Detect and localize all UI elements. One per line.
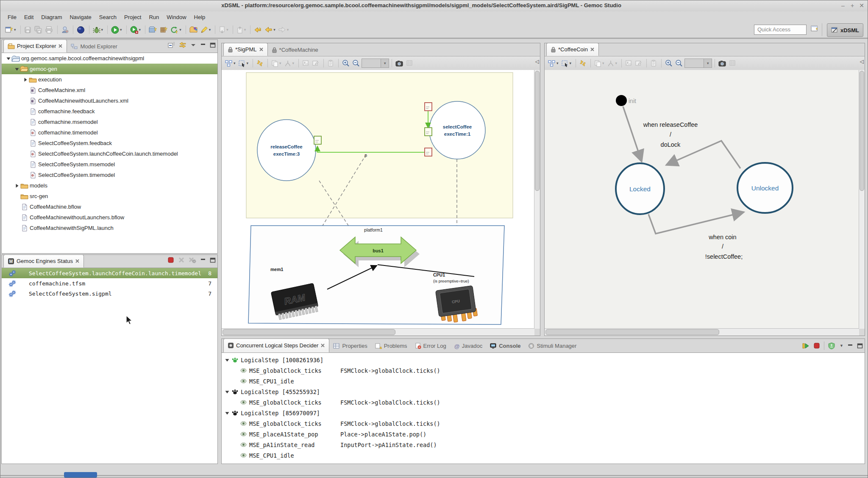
editor-tab-coffeemachine[interactable]: *CoffeeMachine: [268, 44, 322, 56]
tree-item-coffemachine-feedback[interactable]: coffemachine.feedback: [2, 106, 217, 117]
stop-engine-icon[interactable]: [167, 257, 174, 263]
editor-tab-sigpml[interactable]: *SigPML: [223, 43, 268, 56]
engine-row[interactable]: SelectCoffeeSystem.launchCoffeeCoin.laun…: [2, 268, 217, 278]
transition-coin[interactable]: [648, 212, 744, 234]
logical-step-row[interactable]: LogicalStep [1008261936]: [222, 355, 865, 365]
dropdown-icon[interactable]: ▾: [139, 28, 141, 32]
dropdown-icon[interactable]: ▾: [279, 61, 281, 65]
zoom-level-combo[interactable]: ▼: [684, 59, 712, 68]
sash[interactable]: [540, 43, 544, 336]
view-tab-console[interactable]: Console: [486, 339, 524, 352]
close-icon[interactable]: [320, 343, 325, 348]
dropdown-icon[interactable]: ▾: [120, 28, 122, 32]
layout-button[interactable]: ▾: [547, 58, 559, 69]
collapse-toolbar-icon[interactable]: ◁: [860, 59, 864, 64]
quick-access-input[interactable]: Quick Access: [754, 25, 807, 35]
edge-label[interactable]: p: [364, 153, 367, 158]
zoom-in-button[interactable]: [341, 58, 351, 69]
tree-item-execution[interactable]: execution: [2, 74, 217, 85]
mem-label[interactable]: mem1: [270, 267, 284, 272]
dispose-all-engines-icon[interactable]: [189, 257, 196, 263]
tab-project-explorer[interactable]: Project Explorer: [3, 39, 67, 53]
sash[interactable]: [221, 336, 865, 338]
mse-row[interactable]: MSE_CPU1_idle: [222, 450, 865, 461]
tree-item-selectcoffeesystem-feedback[interactable]: SelectCoffeeSystem.feedback: [2, 138, 217, 148]
dropdown-icon[interactable]: ▾: [615, 61, 618, 65]
dropdown-icon[interactable]: ▾: [244, 28, 246, 32]
dispose-engine-icon[interactable]: [178, 257, 185, 263]
dropdown-icon[interactable]: ▾: [226, 28, 228, 32]
dropdown-icon[interactable]: ▾: [247, 61, 249, 65]
initial-state[interactable]: init: [616, 95, 636, 106]
sigpml-canvas[interactable]: releaseCoffee execTime:3 selectCoffee ex…: [222, 70, 534, 329]
tree-item-coffeemachine-bflow[interactable]: CoffeeMachine.bflow: [2, 201, 217, 212]
mse-row[interactable]: MSE_CPU1_idle: [222, 376, 865, 386]
dropdown-icon[interactable]: ▾: [292, 61, 295, 65]
dropdown-icon[interactable]: ▾: [101, 28, 103, 32]
initial-transition[interactable]: [623, 106, 642, 162]
maximize-view-icon[interactable]: [210, 42, 216, 48]
mse-row[interactable]: MSE_globalClock_ticksFSMClock->globalClo…: [222, 365, 865, 376]
menu-item-diagram[interactable]: Diagram: [37, 13, 66, 22]
close-icon[interactable]: [590, 47, 595, 52]
dropdown-icon[interactable]: ▾: [556, 61, 559, 65]
menu-item-navigate[interactable]: Navigate: [66, 13, 95, 22]
expand-icon[interactable]: [225, 411, 230, 415]
horizontal-scrollbar[interactable]: [545, 328, 859, 335]
open-perspective-icon[interactable]: [811, 25, 818, 34]
menu-item-edit[interactable]: Edit: [20, 13, 37, 22]
zoom-out-button[interactable]: [351, 58, 361, 69]
snapshot-button[interactable]: [395, 58, 404, 69]
view-tab-concurrent-logical-steps-decider[interactable]: Concurrent Logical Steps Decider: [223, 338, 329, 352]
dropdown-icon[interactable]: ▾: [602, 61, 604, 65]
gemoc-engine-button[interactable]: [76, 24, 86, 35]
layout-button[interactable]: ▾: [224, 58, 236, 69]
transition-coin-label[interactable]: when coin / !selectCoffee;: [705, 234, 743, 260]
close-button[interactable]: ✕: [857, 1, 866, 10]
maximize-view-icon[interactable]: [210, 257, 216, 263]
logical-step-row[interactable]: LogicalStep [455255932]: [222, 386, 865, 397]
menu-item-window[interactable]: Window: [163, 13, 190, 22]
tab-gemoc-engines-status[interactable]: M Gemoc Engines Status: [3, 254, 84, 268]
vertical-scrollbar[interactable]: [859, 70, 865, 329]
state-unlocked[interactable]: Unlocked: [737, 163, 793, 213]
collapse-all-icon[interactable]: [168, 42, 175, 48]
tab-model-explorer[interactable]: Model Explorer: [67, 40, 121, 53]
close-icon[interactable]: [58, 44, 63, 48]
selection-mode-button[interactable]: ▾: [560, 58, 573, 69]
maximize-view-icon[interactable]: [857, 343, 863, 349]
tree-item-models[interactable]: models: [2, 180, 217, 191]
link-with-editor-icon[interactable]: [179, 42, 186, 48]
back-button[interactable]: ▾: [264, 24, 276, 35]
vertical-scrollbar[interactable]: [534, 70, 540, 329]
selection-mode-button[interactable]: ▾: [237, 58, 250, 69]
annotate-button[interactable]: ▾: [200, 24, 212, 35]
view-tab-stimuli-manager[interactable]: SStimuli Manager: [524, 339, 580, 352]
zoom-level-combo[interactable]: ▼: [362, 59, 389, 68]
external-tools-button[interactable]: [60, 24, 70, 35]
menu-item-run[interactable]: Run: [145, 13, 163, 22]
view-tab-properties[interactable]: Properties: [329, 339, 371, 352]
chevron-down-icon[interactable]: ▼: [840, 344, 843, 348]
coffeecoin-canvas[interactable]: init when releaseCoffee / doLock when co…: [545, 70, 859, 329]
agent-selectCoffee[interactable]: selectCoffee execTime:1: [429, 101, 485, 159]
tree-item-coffemachine-timemodel[interactable]: coffemachine.timemodel: [2, 127, 217, 138]
tree-item-selectcoffeesystem-timemodel[interactable]: SelectCoffeeSystem.timemodel: [2, 170, 217, 180]
dropdown-icon[interactable]: ▾: [14, 28, 16, 32]
refresh-workspace-button[interactable]: ▾: [170, 24, 182, 35]
expand-icon[interactable]: [225, 390, 230, 394]
editor-tab-coffeecoin[interactable]: *CoffeeCoin: [546, 43, 599, 56]
step-execution-icon[interactable]: [802, 343, 810, 349]
minimize-button[interactable]: –: [839, 1, 847, 10]
view-tab-problems[interactable]: Problems: [371, 339, 411, 352]
dropdown-icon[interactable]: ▾: [179, 28, 181, 32]
maximize-button[interactable]: +: [848, 1, 857, 10]
refresh-diagram-button[interactable]: [256, 58, 264, 69]
dropdown-icon[interactable]: ▾: [570, 61, 572, 65]
mse-row[interactable]: MSE_pA1inState_readInputPort->pA1inState…: [222, 439, 865, 450]
tree-item-coffeemachinewithoutlaunchers-bflow[interactable]: CoffeeMachinewithoutLaunchers.bflow: [2, 212, 217, 223]
expand-icon[interactable]: [225, 358, 230, 362]
tree-item-gemoc-gen[interactable]: gemoc-gen: [2, 64, 217, 74]
menu-item-help[interactable]: Help: [190, 13, 209, 22]
sash[interactable]: [218, 39, 221, 464]
